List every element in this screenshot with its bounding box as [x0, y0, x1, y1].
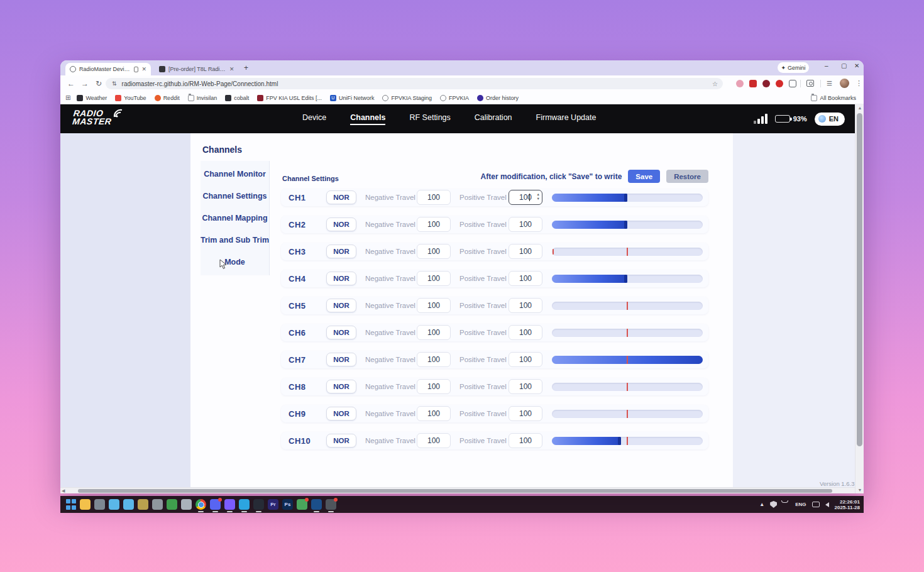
scroll-down-icon[interactable]: ▼ — [855, 488, 864, 492]
bookmark-star-icon[interactable]: ☆ — [712, 80, 718, 87]
bookmark-fpvkia[interactable]: FPVKIA — [440, 95, 469, 101]
remote-app-icon-1[interactable] — [109, 499, 119, 510]
extensions-puzzle-icon[interactable] — [789, 80, 796, 87]
nav-rf-settings[interactable]: RF Settings — [409, 113, 450, 125]
language-button[interactable]: EN — [815, 113, 845, 126]
negative-travel-input[interactable] — [417, 379, 451, 394]
channel-travel-slider[interactable] — [552, 302, 703, 310]
green-app-icon[interactable] — [167, 499, 177, 510]
minimize-button[interactable]: – — [825, 62, 828, 69]
bookmark-order-history[interactable]: Order history — [477, 95, 519, 101]
output-mode-button[interactable]: NOR — [326, 190, 356, 204]
restore-button[interactable]: Restore — [666, 170, 708, 183]
number-stepper-icons[interactable]: ▲▼ — [537, 192, 540, 201]
remote-app-icon-2[interactable] — [123, 499, 134, 510]
positive-travel-input[interactable] — [509, 244, 542, 259]
reload-icon[interactable]: ↻ — [96, 79, 102, 88]
forward-icon[interactable]: → — [81, 79, 89, 88]
dark-browser-icon[interactable] — [253, 499, 264, 510]
bookmark-invisilan[interactable]: Invisilan — [188, 95, 217, 101]
scroll-left-icon[interactable]: ◀ — [62, 488, 65, 493]
extension-icon-2[interactable] — [749, 80, 757, 87]
site-info-icon[interactable]: ⇅ — [112, 80, 117, 87]
output-mode-button[interactable]: NOR — [326, 272, 356, 285]
output-mode-button[interactable]: NOR — [326, 434, 356, 448]
output-mode-button[interactable]: NOR — [326, 217, 356, 231]
vertical-scroll-thumb[interactable] — [857, 113, 862, 446]
apps-grid-icon[interactable]: ⊞ — [65, 94, 70, 101]
extension-icon-3[interactable] — [762, 80, 770, 87]
nav-device[interactable]: Device — [302, 113, 326, 125]
positive-travel-input[interactable] — [509, 217, 542, 232]
channel-travel-slider[interactable] — [552, 437, 703, 445]
maximize-button[interactable]: ▢ — [841, 62, 847, 69]
output-mode-button[interactable]: NOR — [326, 407, 356, 421]
channel-travel-slider[interactable] — [552, 248, 703, 256]
gray-app-icon[interactable] — [181, 499, 192, 510]
positive-travel-input[interactable] — [509, 406, 542, 421]
positive-travel-input[interactable] — [509, 271, 542, 286]
tab-preorder[interactable]: [Pre-order] T8L Radio Controll ✕ — [155, 63, 239, 75]
negative-travel-input[interactable] — [417, 244, 451, 259]
channel-travel-slider[interactable] — [552, 275, 703, 283]
positive-travel-input[interactable] — [509, 379, 542, 394]
positive-travel-input[interactable] — [509, 352, 542, 367]
output-mode-button[interactable]: NOR — [326, 299, 356, 312]
obs-icon[interactable] — [326, 499, 336, 510]
scroll-up-icon[interactable]: ▲ — [855, 106, 864, 110]
channel-travel-slider[interactable] — [552, 329, 703, 337]
address-bar[interactable]: ⇅ radiomaster-rc.github.io/RM-Web-Page/C… — [106, 78, 723, 89]
security-tray-icon[interactable] — [770, 501, 777, 508]
search-tabs-icon[interactable] — [806, 80, 814, 87]
positive-travel-input[interactable] — [509, 298, 542, 313]
taskbar-clock[interactable]: 22:26:01 2025-11-28 — [835, 499, 860, 510]
speaker-icon[interactable] — [825, 502, 829, 507]
output-mode-button[interactable]: NOR — [326, 353, 356, 366]
utility-app-icon[interactable] — [152, 499, 163, 510]
sidebar-item-channel-mapping[interactable]: Channel Mapping — [201, 214, 269, 223]
new-tab-button[interactable]: + — [244, 63, 248, 72]
network-monitor-icon[interactable] — [812, 502, 820, 507]
sidebar-item-channel-settings[interactable]: Channel Settings — [201, 192, 269, 201]
bookmark-youtube[interactable]: YouTube — [115, 95, 146, 101]
telegram-icon[interactable] — [239, 499, 250, 510]
browser-menu-icon[interactable]: ⋮ — [855, 79, 862, 87]
negative-travel-input[interactable] — [417, 190, 451, 205]
start-icon[interactable] — [65, 499, 76, 510]
nav-channels[interactable]: Channels — [350, 113, 385, 125]
key-app-icon[interactable] — [138, 499, 148, 510]
bookmark-unifi[interactable]: UUniFi Network — [330, 95, 375, 101]
vertical-scrollbar[interactable]: ▲ ▼ — [855, 104, 864, 493]
save-button[interactable]: Save — [628, 170, 660, 183]
tray-chevron-icon[interactable]: ▲ — [759, 502, 764, 507]
channel-travel-slider[interactable] — [552, 383, 703, 391]
file-explorer-icon[interactable] — [80, 499, 91, 510]
bookmark-weather[interactable]: Weather — [77, 95, 107, 101]
negative-travel-input[interactable] — [417, 217, 451, 232]
all-bookmarks-button[interactable]: All Bookmarks — [811, 95, 856, 101]
bookmark-fpv-kia[interactable]: FPV KIA USL Edits [... — [257, 95, 322, 101]
steam-icon[interactable] — [311, 499, 322, 510]
reading-list-icon[interactable]: ☰ — [827, 80, 832, 87]
profile-avatar[interactable] — [840, 79, 849, 88]
photos-icon[interactable] — [94, 499, 105, 510]
negative-travel-input[interactable] — [417, 325, 451, 340]
chat-app-icon[interactable] — [297, 499, 307, 510]
back-icon[interactable]: ← — [67, 79, 75, 88]
chrome-icon[interactable] — [195, 499, 206, 510]
negative-travel-input[interactable] — [417, 271, 451, 286]
horizontal-scroll-thumb[interactable] — [78, 489, 832, 493]
sidebar-item-channel-monitor[interactable]: Channel Monitor — [201, 170, 269, 179]
extension-icon-4[interactable] — [776, 80, 783, 87]
output-mode-button[interactable]: NOR — [326, 380, 356, 393]
positive-travel-input[interactable] — [509, 325, 542, 340]
extension-icon-1[interactable] — [736, 80, 744, 87]
horizontal-scrollbar[interactable]: ◀ — [60, 487, 855, 493]
output-mode-button[interactable]: NOR — [326, 245, 356, 258]
output-mode-button[interactable]: NOR — [326, 326, 356, 339]
gemini-button[interactable]: ✦ Gemini — [778, 62, 809, 73]
tab-close-icon[interactable]: ✕ — [229, 66, 234, 72]
negative-travel-input[interactable] — [417, 352, 451, 367]
channel-travel-slider[interactable] — [552, 356, 703, 364]
channel-travel-slider[interactable] — [552, 194, 703, 202]
